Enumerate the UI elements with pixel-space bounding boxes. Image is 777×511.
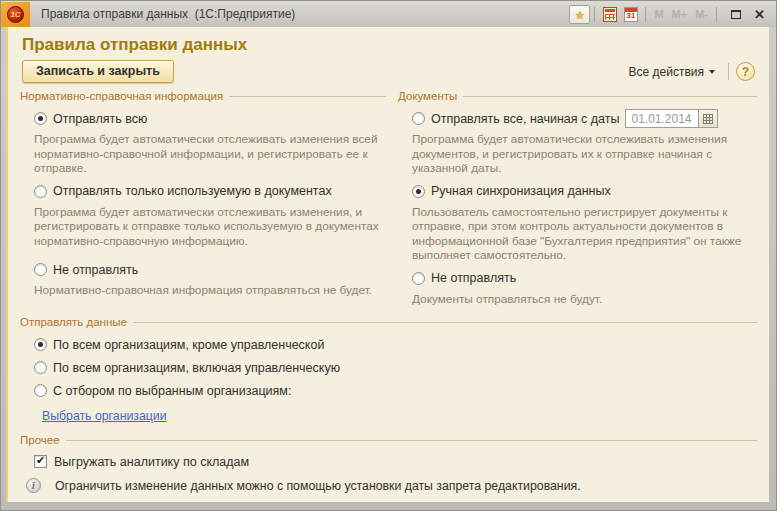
checkbox-option-warehouse-analytics[interactable]: Выгружать аналитику по складам [34, 454, 757, 469]
group-send-data-title: Отправлять данные [20, 315, 757, 329]
option-description: Пользователь самостоятельно регистрирует… [412, 205, 751, 263]
option-description: Программа будет автоматически отслеживат… [34, 132, 380, 176]
radio-label: Отправлять все, начиная с даты [431, 112, 619, 126]
radio-icon [34, 384, 47, 397]
toolbar-separator [728, 63, 729, 80]
radio-label: С отбором по выбранным организациям: [53, 384, 291, 398]
option-description: Нормативно-справочная информация отправл… [34, 283, 380, 298]
calculator-button[interactable] [599, 5, 620, 24]
page-title: Правила отправки данных [22, 35, 757, 55]
group-nsi: Нормативно-справочная информация Отправл… [20, 89, 386, 306]
memory-m-button: M [650, 8, 667, 20]
calculator-icon [603, 7, 617, 22]
close-button[interactable] [750, 5, 769, 23]
radio-option-nsi-none[interactable]: Не отправлять [34, 262, 386, 277]
window-title: Правила отправки данных (1С:Предприятие) [41, 7, 295, 21]
checkbox-label: Выгружать аналитику по складам [54, 455, 249, 469]
info-icon: i [26, 478, 41, 493]
radio-label: Не отправлять [53, 263, 138, 277]
info-text: Ограничить изменение данных можно с помо… [55, 479, 581, 493]
radio-option-docs-none[interactable]: Не отправлять [412, 271, 757, 286]
radio-icon [34, 185, 47, 198]
titlebar-separator [716, 7, 717, 22]
group-other-title: Прочее [20, 433, 757, 447]
radio-label: Не отправлять [431, 271, 516, 285]
radio-option-orgs-except-mgmt[interactable]: По всем организациям, кроме управленческ… [34, 337, 757, 352]
radio-option-orgs-incl-mgmt[interactable]: По всем организациям, включая управленче… [34, 360, 757, 375]
titlebar-separator [645, 7, 646, 22]
info-row: i Ограничить изменение данных можно с по… [26, 478, 757, 493]
date-picker-button[interactable] [699, 109, 718, 128]
group-other: Прочее Выгружать аналитику по складам i … [20, 433, 757, 502]
radio-label: Отправлять только используемую в докумен… [53, 184, 332, 198]
option-description: Программа будет автоматически отслеживат… [34, 205, 380, 249]
radio-icon [412, 112, 425, 125]
titlebar-buttons: 31 M M+ M- [569, 5, 776, 24]
radio-option-docs-from-date[interactable]: Отправлять все, начиная с даты [412, 111, 757, 126]
toolbar-right: Все действия ? [623, 62, 755, 82]
save-and-close-button[interactable]: Записать и закрыть [22, 60, 174, 83]
radio-icon [412, 185, 425, 198]
titlebar-separator [594, 7, 595, 22]
calendar-grid-icon [703, 114, 713, 124]
star-icon [575, 5, 585, 23]
group-documents-title: Документы [398, 89, 757, 103]
favorites-button[interactable] [569, 5, 590, 24]
all-actions-label: Все действия [629, 65, 704, 79]
top-groups: Нормативно-справочная информация Отправл… [20, 89, 757, 306]
calendar-button[interactable]: 31 [620, 5, 641, 24]
form-content: Правила отправки данных Записать и закры… [6, 27, 769, 502]
option-description: Документы отправляться не будут. [412, 292, 751, 307]
radio-label: Отправлять всю [53, 112, 147, 126]
choose-organizations-link[interactable]: Выбрать организации [42, 409, 167, 423]
radio-label: Ручная синхронизация данных [431, 184, 611, 198]
checkbox-icon [34, 455, 47, 468]
titlebar: 1С Правила отправки данных (1С:Предприят… [1, 1, 776, 27]
app-logo: 1С [7, 6, 24, 23]
radio-icon [34, 338, 47, 351]
maximize-button[interactable] [726, 5, 745, 23]
calendar-day-label: 31 [625, 11, 637, 21]
radio-icon [34, 361, 47, 374]
toolbar: Записать и закрыть Все действия ? [22, 60, 755, 83]
maximize-icon [731, 10, 741, 19]
close-icon [754, 5, 765, 23]
radio-icon [34, 112, 47, 125]
date-field [625, 109, 718, 128]
radio-label: По всем организациям, включая управленче… [53, 361, 340, 375]
radio-option-nsi-used[interactable]: Отправлять только используемую в докумен… [34, 184, 386, 199]
date-input[interactable] [625, 109, 699, 128]
all-actions-button[interactable]: Все действия [623, 62, 721, 82]
radio-label: По всем организациям, кроме управленческ… [53, 338, 324, 352]
option-description: Программа будет автоматически отслеживат… [412, 132, 751, 176]
group-send-data: Отправлять данные По всем организациям, … [20, 315, 757, 424]
chevron-down-icon [709, 70, 715, 74]
group-nsi-title: Нормативно-справочная информация [20, 89, 386, 103]
calendar-icon: 31 [624, 7, 638, 22]
logo-corner: 1С [1, 2, 30, 27]
help-button[interactable]: ? [736, 62, 755, 81]
memory-m-minus-button: M- [691, 8, 712, 20]
radio-option-nsi-all[interactable]: Отправлять всю [34, 111, 386, 126]
app-window: 1С Правила отправки данных (1С:Предприят… [0, 0, 777, 511]
radio-icon [412, 272, 425, 285]
radio-option-docs-manual[interactable]: Ручная синхронизация данных [412, 184, 757, 199]
memory-m-plus-button: M+ [668, 8, 692, 20]
group-documents: Документы Отправлять все, начиная с даты… [398, 89, 757, 306]
radio-option-orgs-selected[interactable]: С отбором по выбранным организациям: [34, 383, 757, 398]
radio-icon [34, 263, 47, 276]
